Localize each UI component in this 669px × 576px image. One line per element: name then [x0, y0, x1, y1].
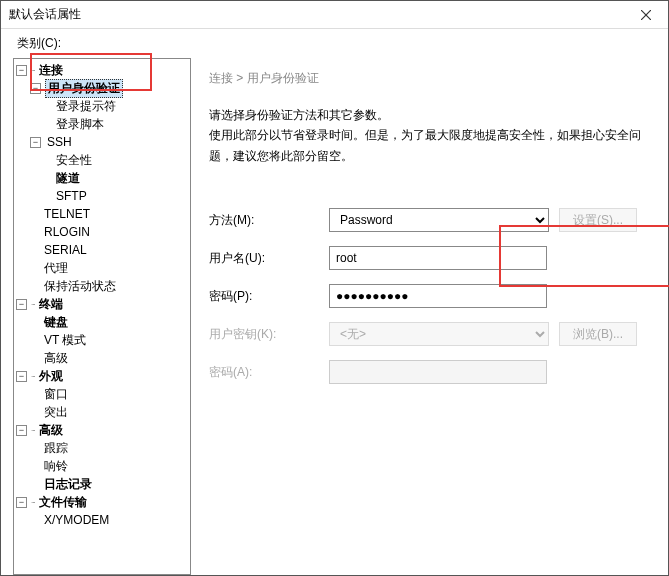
- close-icon: [641, 10, 651, 20]
- collapse-icon[interactable]: −: [30, 137, 41, 148]
- close-button[interactable]: [623, 1, 668, 29]
- tree-node-vtmode[interactable]: VT 模式: [14, 331, 190, 349]
- tree-node-advanced2[interactable]: − ··· 高级: [14, 421, 190, 439]
- tree-node-appearance[interactable]: − ··· 外观: [14, 367, 190, 385]
- window-title: 默认会话属性: [9, 6, 81, 23]
- description-line2: 使用此部分以节省登录时间。但是，为了最大限度地提高安全性，如果担心安全问题，建议…: [209, 125, 650, 166]
- tree-node-xymodem[interactable]: X/YMODEM: [14, 511, 190, 529]
- tree-node-rlogin[interactable]: RLOGIN: [14, 223, 190, 241]
- tree-node-highlight[interactable]: 突出: [14, 403, 190, 421]
- username-label: 用户名(U):: [209, 250, 329, 267]
- userkey-label: 用户密钥(K):: [209, 326, 329, 343]
- password-label: 密码(P):: [209, 288, 329, 305]
- tree-node-window[interactable]: 窗口: [14, 385, 190, 403]
- tree-node-connection[interactable]: − ··· 连接: [14, 61, 190, 79]
- tree-node-security[interactable]: 安全性: [14, 151, 190, 169]
- tree-node-sftp[interactable]: SFTP: [14, 187, 190, 205]
- method-select[interactable]: Password: [329, 208, 549, 232]
- tree-node-keyboard[interactable]: 键盘: [14, 313, 190, 331]
- username-input[interactable]: [329, 246, 547, 270]
- collapse-icon[interactable]: −: [16, 497, 27, 508]
- collapse-icon[interactable]: −: [16, 65, 27, 76]
- password2-input: [329, 360, 547, 384]
- password2-label: 密码(A):: [209, 364, 329, 381]
- tree-node-login-prompt[interactable]: 登录提示符: [14, 97, 190, 115]
- tree-node-trace[interactable]: 跟踪: [14, 439, 190, 457]
- collapse-icon[interactable]: −: [16, 371, 27, 382]
- tree-node-advanced1[interactable]: 高级: [14, 349, 190, 367]
- tree-node-keepalive[interactable]: 保持活动状态: [14, 277, 190, 295]
- method-label: 方法(M):: [209, 212, 329, 229]
- settings-button: 设置(S)...: [559, 208, 637, 232]
- tree-node-ssh[interactable]: − SSH: [14, 133, 190, 151]
- tree-node-filetransfer[interactable]: − ··· 文件传输: [14, 493, 190, 511]
- collapse-icon[interactable]: −: [16, 425, 27, 436]
- collapse-icon[interactable]: −: [30, 83, 41, 94]
- category-label: 类别(C):: [1, 29, 668, 56]
- description-line1: 请选择身份验证方法和其它参数。: [209, 105, 650, 125]
- tree-node-auth[interactable]: − 用户身份验证: [14, 79, 190, 97]
- tree-node-telnet[interactable]: TELNET: [14, 205, 190, 223]
- tree-node-login-script[interactable]: 登录脚本: [14, 115, 190, 133]
- collapse-icon[interactable]: −: [16, 299, 27, 310]
- tree-node-terminal[interactable]: − ··· 终端: [14, 295, 190, 313]
- tree-node-bell[interactable]: 响铃: [14, 457, 190, 475]
- tree-node-tunnel[interactable]: 隧道: [14, 169, 190, 187]
- browse-button: 浏览(B)...: [559, 322, 637, 346]
- tree-node-serial[interactable]: SERIAL: [14, 241, 190, 259]
- userkey-select: <无>: [329, 322, 549, 346]
- breadcrumb: 连接 > 用户身份验证: [209, 70, 650, 87]
- password-input[interactable]: [329, 284, 547, 308]
- category-tree[interactable]: − ··· 连接 − 用户身份验证 登录提示符: [13, 58, 191, 575]
- tree-node-proxy[interactable]: 代理: [14, 259, 190, 277]
- tree-node-logging[interactable]: 日志记录: [14, 475, 190, 493]
